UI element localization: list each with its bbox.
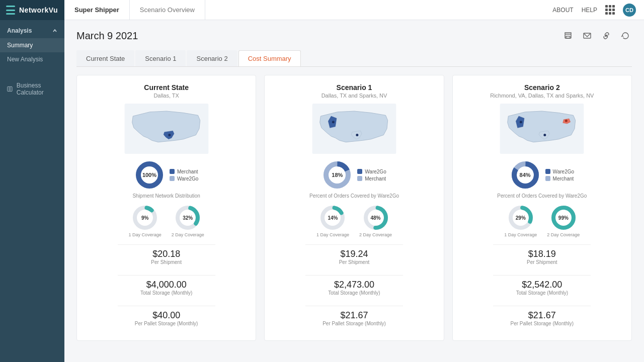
scenarios-grid: Current State Dallas, TX [76, 75, 632, 341]
topbar-right: ABOUT HELP CD [552, 4, 644, 17]
topbar-tab-scenario-overview[interactable]: Scenario Overview [130, 0, 205, 20]
hamburger-icon [6, 6, 15, 15]
sidebar-item-summary[interactable]: Summary [0, 38, 64, 52]
divider-0-1 [118, 244, 215, 245]
legend-color-merchant [170, 169, 175, 174]
scenario-1-coverage-1day: 14% 1 Day Coverage [316, 205, 349, 237]
divider-0-3 [118, 306, 215, 306]
scenario-2-total-storage-label: Total Storage (Monthly) [516, 290, 568, 296]
help-button[interactable]: HELP [582, 7, 597, 14]
scenario-2-coverage-2day: 99% 2 Day Coverage [547, 205, 580, 237]
scenario-panel-current-state: Current State Dallas, TX [76, 75, 256, 341]
scenario-2-per-shipment-label: Per Shipment [527, 259, 557, 265]
scenario-1-per-shipment-value: $19.24 [339, 249, 370, 259]
legend-item-0-1: Ware2Go [170, 176, 198, 182]
scenario-0-per-shipment-value: $20.18 [151, 249, 182, 259]
scenario-1-legend: Ware2Go Merchant [357, 169, 386, 182]
scenario-panel-scenario-2: Scenario 2 Richmond, VA, Dallas, TX and … [452, 75, 632, 341]
scenario-panel-scenario-1: Scenario 1 Dallas, TX and Sparks, NV [264, 75, 444, 341]
scenario-2-per-pallet-value: $21.67 [511, 310, 574, 321]
legend-color-2-ware2go [545, 169, 550, 174]
sidebar-item-new-analysis[interactable]: New Analysis [0, 52, 64, 66]
svg-point-32 [565, 120, 568, 122]
scenario-2-2day-caption: 2 Day Coverage [547, 232, 580, 237]
divider-1-2 [305, 275, 403, 276]
scenario-0-coverage-2day: 32% 2 Day Coverage [172, 205, 204, 237]
print-button[interactable] [561, 29, 575, 42]
legend-item-0-0: Merchant [170, 169, 198, 174]
scenario-2-subtitle: Richmond, VA, Dallas, TX and Sparks, NV [490, 93, 594, 99]
scenario-1-coverage-1day-donut: 14% [319, 205, 346, 231]
scenario-2-per-shipment: $18.19 Per Shipment [527, 249, 557, 265]
apps-icon[interactable] [605, 5, 615, 15]
scenario-1-coverage-2day: 48% 2 Day Coverage [359, 205, 392, 237]
print-icon [564, 31, 573, 40]
scenario-0-1day-caption: 1 Day Coverage [129, 232, 162, 237]
scenario-0-coverage-1day: 9% 1 Day Coverage [129, 205, 162, 237]
refresh-button[interactable] [619, 29, 632, 42]
content-area: March 9 2021 [64, 20, 644, 362]
legend-color-2-merchant [545, 176, 550, 181]
sidebar-item-business-calculator[interactable]: Business Calculator [0, 78, 64, 100]
scenario-0-distribution-caption: Shipment Network Distribution [132, 193, 200, 199]
scenario-0-donut-label: 100% [142, 172, 156, 178]
scenario-1-coverage-row: 14% 1 Day Coverage 48% [316, 205, 392, 237]
link-icon [602, 31, 611, 40]
tab-scenario-2[interactable]: Scenario 2 [187, 50, 237, 66]
user-avatar[interactable]: CD [623, 4, 636, 17]
email-icon [583, 31, 592, 40]
chevron-up-icon [52, 28, 57, 33]
scenario-1-2day-caption: 2 Day Coverage [359, 232, 392, 237]
svg-point-8 [168, 134, 171, 136]
scenario-0-2day-caption: 2 Day Coverage [172, 232, 204, 237]
scenario-0-total-storage-value: $4,000.00 [140, 280, 192, 290]
scenario-0-total-storage-label: Total Storage (Monthly) [140, 290, 192, 296]
scenario-2-donut-section: 84% Ware2Go Merchant [510, 160, 574, 190]
scenario-1-title: Scenario 1 [337, 83, 372, 92]
scenario-0-coverage-row: 9% 1 Day Coverage 32% [129, 205, 204, 237]
scenario-0-per-pallet: $40.00 Per Pallet Storage (Monthly) [135, 310, 198, 326]
scenario-0-legend: Merchant Ware2Go [170, 169, 198, 182]
main-area: Super Shipper Scenario Overview ABOUT HE… [64, 0, 644, 362]
scenario-2-per-shipment-value: $18.19 [527, 249, 557, 259]
legend-color-ware2go [170, 176, 175, 181]
scenario-1-total-storage-value: $2,473.00 [328, 280, 380, 290]
scenario-0-per-pallet-label: Per Pallet Storage (Monthly) [135, 321, 198, 326]
tab-cost-summary[interactable]: Cost Summary [238, 50, 301, 66]
legend-color-1-ware2go [357, 169, 362, 174]
app-logo-text: NetworkVu [19, 6, 58, 14]
scenario-1-coverage-1day-label: 14% [328, 215, 338, 221]
scenario-0-title: Current State [144, 83, 189, 92]
sidebar-analysis-section: Analysis Summary New Analysis [0, 20, 64, 69]
scenario-1-donut-label: 18% [332, 172, 343, 178]
scenario-2-coverage-2day-label: 99% [558, 215, 569, 221]
topbar-tab-super-shipper[interactable]: Super Shipper [64, 0, 130, 20]
legend-item-2-1: Merchant [545, 176, 574, 182]
scenario-0-total-storage: $4,000.00 Total Storage (Monthly) [140, 280, 192, 296]
tab-scenario-1[interactable]: Scenario 1 [135, 50, 186, 66]
scenario-2-per-pallet-label: Per Pallet Storage (Monthly) [511, 321, 574, 326]
tab-current-state[interactable]: Current State [76, 50, 134, 66]
email-button[interactable] [581, 29, 594, 42]
scenario-0-donut-section: 100% Merchant Ware2Go [134, 160, 198, 190]
calculator-icon [7, 85, 13, 93]
scenario-2-legend: Ware2Go Merchant [545, 169, 574, 182]
link-button[interactable] [600, 29, 613, 42]
scenario-0-coverage-1day-label: 9% [141, 215, 148, 221]
divider-1-3 [305, 306, 403, 306]
scenario-1-1day-caption: 1 Day Coverage [316, 232, 349, 237]
scenario-2-title: Scenario 2 [524, 83, 560, 92]
about-button[interactable]: ABOUT [552, 7, 573, 14]
scenario-2-1day-caption: 1 Day Coverage [504, 232, 537, 237]
scenario-1-distribution-caption: Percent of Orders Covered by Ware2Go [309, 193, 399, 199]
scenario-0-coverage-2day-donut: 32% [175, 205, 201, 231]
scenario-0-coverage-2day-label: 32% [183, 215, 193, 221]
scenario-2-per-pallet: $21.67 Per Pallet Storage (Monthly) [511, 310, 574, 326]
sidebar-analysis-header[interactable]: Analysis [0, 23, 64, 38]
svg-point-18 [332, 121, 335, 123]
scenario-2-coverage-1day-label: 29% [516, 215, 526, 221]
legend-item-1-1: Merchant [357, 176, 386, 182]
page-actions [561, 29, 632, 42]
legend-item-1-0: Ware2Go [357, 169, 386, 174]
scenario-2-donut: 84% [510, 160, 540, 190]
